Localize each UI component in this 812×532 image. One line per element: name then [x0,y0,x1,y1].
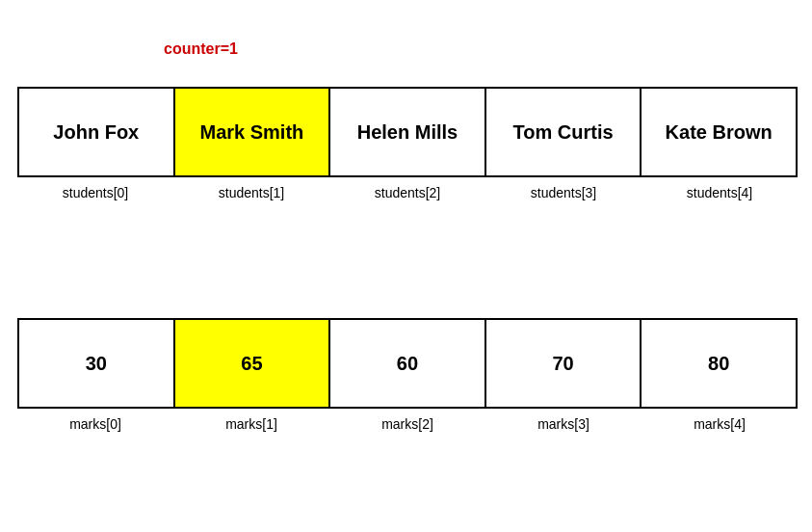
student-cell-1: Mark Smith [175,89,331,175]
student-label-1: students[1] [173,181,329,200]
mark-cell-0: 30 [19,320,175,407]
mark-cell-1: 65 [175,320,331,407]
student-label-4: students[4] [642,181,798,200]
student-cell-4: Kate Brown [642,89,796,175]
mark-label-1: marks[1] [173,412,329,432]
marks-labels-row: marks[0]marks[1]marks[2]marks[3]marks[4] [17,412,798,432]
students-array: John FoxMark SmithHelen MillsTom CurtisK… [17,87,798,177]
students-labels-row: students[0]students[1]students[2]student… [17,181,798,200]
mark-label-2: marks[2] [329,412,485,432]
counter-label: counter=1 [164,40,238,58]
mark-cell-2: 60 [330,320,486,407]
mark-label-3: marks[3] [485,412,642,432]
student-cell-0: John Fox [19,89,175,175]
student-cell-3: Tom Curtis [486,89,642,175]
marks-array: 3065607080 [17,318,798,409]
student-label-2: students[2] [329,181,485,200]
student-cell-2: Helen Mills [330,89,486,175]
mark-cell-3: 70 [486,320,642,407]
student-label-3: students[3] [485,181,642,200]
mark-label-0: marks[0] [17,412,173,432]
mark-label-4: marks[4] [642,412,798,432]
mark-cell-4: 80 [642,320,796,407]
student-label-0: students[0] [17,181,173,200]
